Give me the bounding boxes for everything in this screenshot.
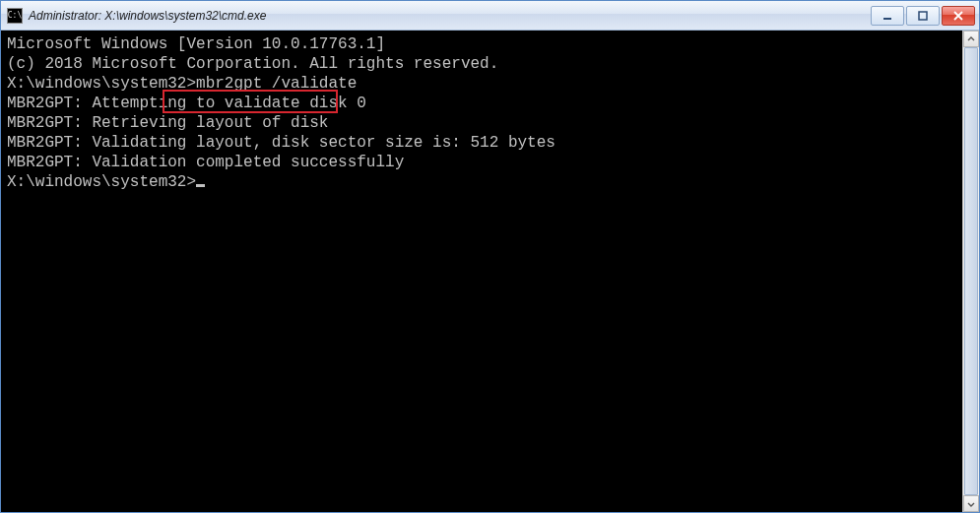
vertical-scrollbar[interactable]	[962, 31, 979, 512]
output-line: MBR2GPT: Validating layout, disk sector …	[7, 133, 960, 153]
cmd-icon: C:\	[7, 8, 23, 24]
prompt-path: X:\windows\system32>	[7, 173, 196, 191]
prompt-path: X:\windows\system32>	[7, 75, 196, 93]
titlebar[interactable]: C:\ Administrator: X:\windows\system32\c…	[1, 1, 979, 31]
output-line: MBR2GPT: Validation completed successful…	[7, 153, 960, 172]
output-line: MBR2GPT: Attempting to validate disk 0	[7, 94, 960, 113]
scroll-down-button[interactable]	[963, 495, 979, 512]
svg-rect-1	[919, 12, 927, 20]
scroll-up-button[interactable]	[963, 31, 979, 47]
close-button[interactable]	[942, 6, 975, 26]
cmd-window: C:\ Administrator: X:\windows\system32\c…	[0, 0, 980, 513]
maximize-icon	[918, 11, 928, 21]
text-cursor	[196, 184, 205, 187]
minimize-button[interactable]	[871, 6, 904, 26]
terminal-output[interactable]: Microsoft Windows [Version 10.0.17763.1]…	[1, 31, 962, 512]
chevron-up-icon	[967, 35, 975, 43]
output-line: (c) 2018 Microsoft Corporation. All righ…	[7, 54, 960, 74]
window-title: Administrator: X:\windows\system32\cmd.e…	[29, 9, 266, 23]
output-line: X:\windows\system32>mbr2gpt /validate	[7, 74, 960, 94]
output-line: X:\windows\system32>	[7, 172, 960, 192]
close-icon	[953, 11, 963, 21]
svg-rect-0	[883, 18, 891, 20]
content-wrap: Microsoft Windows [Version 10.0.17763.1]…	[1, 31, 979, 512]
scroll-track[interactable]	[963, 47, 979, 495]
entered-command: mbr2gpt /validate	[196, 75, 357, 93]
minimize-icon	[882, 11, 892, 21]
output-line: Microsoft Windows [Version 10.0.17763.1]	[7, 34, 960, 54]
window-controls	[871, 6, 977, 26]
chevron-down-icon	[967, 500, 975, 508]
maximize-button[interactable]	[906, 6, 940, 26]
cmd-icon-label: C:\	[8, 12, 22, 20]
output-line: MBR2GPT: Retrieving layout of disk	[7, 113, 960, 133]
scroll-thumb[interactable]	[964, 47, 978, 495]
